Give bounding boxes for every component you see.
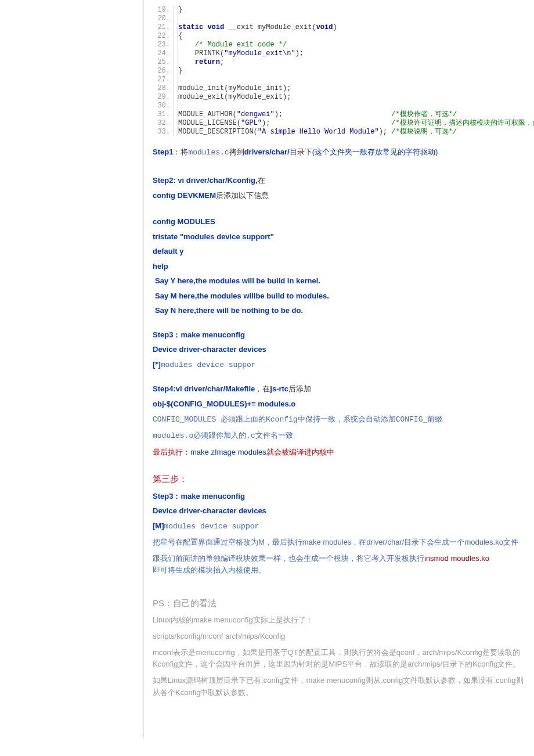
code-line: 33.MODULE_DESCRIPTION("A simple Hello Wo… xyxy=(153,128,529,136)
step4-section: Step4:vi driver/char/Makefile，在js-rtc后添加… xyxy=(153,383,529,458)
code-line: 21.static void __exit myModule_exit(void… xyxy=(153,23,529,32)
page-container: 19.} 20. 21.static void __exit myModule_… xyxy=(143,0,534,737)
third-step-section: 第三步： Step3：make menuconfig Device driver… xyxy=(153,472,529,576)
article-content: 19.} 20. 21.static void __exit myModule_… xyxy=(143,6,534,699)
code-block: 19.} 20. 21.static void __exit myModule_… xyxy=(153,6,529,136)
code-line: 24. PRINTK("myModule_exit\n"); xyxy=(153,49,529,58)
step1-section: Step1：将modules.c拷到drivers/char/目录下(这个文件夹… xyxy=(153,147,529,157)
code-line: 26.} xyxy=(153,67,529,75)
code-line: 23. /* Module exit code */ xyxy=(153,41,529,49)
step2-section: Step2: vi driver/char/Kconfig,在 config D… xyxy=(153,175,529,316)
code-line: 31.MODULE_AUTHOR("dengwei"); /*模块作者，可选*/ xyxy=(153,110,529,119)
code-line: 29.module_exit(myModule_exit); xyxy=(153,93,529,102)
code-line: 27. xyxy=(153,75,529,84)
code-line: 28.module_init(myModule_init); xyxy=(153,84,529,93)
code-line: 19.} xyxy=(153,6,529,15)
code-line: 20. xyxy=(153,15,529,23)
code-line: 25. return; xyxy=(153,58,529,67)
code-line: 22.{ xyxy=(153,32,529,41)
code-line: 32.MODULE_LICENSE("GPL"); /*模块许可证明，描述内核模… xyxy=(153,119,529,128)
code-line: 30. xyxy=(153,102,529,110)
ps-section: PS：自己的看法 Linux内核的make menuconfig实际上是执行了：… xyxy=(153,596,529,699)
step3a-section: Step3：make menuconfig Device driver-char… xyxy=(153,329,529,371)
